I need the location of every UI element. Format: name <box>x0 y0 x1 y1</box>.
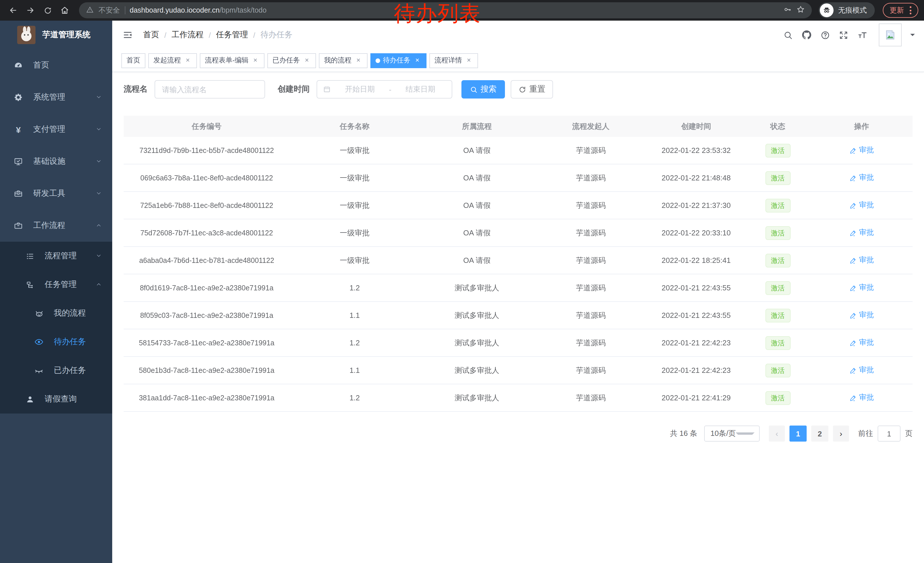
sidebar-item-label: 已办任务 <box>54 365 86 376</box>
incognito-badge: 无痕模式 <box>819 2 875 18</box>
prev-page-button[interactable]: ‹ <box>769 426 785 441</box>
sidebar-item-process-mgmt[interactable]: 流程管理 <box>0 242 112 270</box>
sidebar-item-my-process[interactable]: 我的流程 <box>0 299 112 327</box>
next-page-button[interactable]: › <box>833 426 849 441</box>
task-starter: 芋道源码 <box>534 228 648 238</box>
browser-menu-icon[interactable] <box>910 6 911 14</box>
approve-link[interactable]: 审批 <box>849 200 874 210</box>
approve-link[interactable]: 审批 <box>849 255 874 266</box>
tab-close-icon[interactable]: × <box>354 56 362 65</box>
search-button-label: 搜索 <box>481 84 496 95</box>
task-name: 1.1 <box>290 311 420 320</box>
avatar[interactable] <box>879 24 902 47</box>
sidebar-item-infra[interactable]: 基础设施 <box>0 146 112 177</box>
column-header: 状态 <box>745 121 811 131</box>
page-header: 首页 / 工作流程 / 任务管理 / 待办任务 <box>112 21 924 49</box>
approve-label: 审批 <box>859 365 874 375</box>
task-created-time: 2022-01-21 22:43:55 <box>648 284 745 292</box>
insecure-warning-icon[interactable] <box>86 6 94 15</box>
sidebar-collapse-icon[interactable] <box>122 29 134 41</box>
gear-icon <box>12 93 25 102</box>
sidebar-item-home[interactable]: 首页 <box>0 49 112 81</box>
sidebar-item-todo-tasks[interactable]: 待办任务 <box>0 327 112 356</box>
approve-link[interactable]: 审批 <box>849 310 874 320</box>
page-number-button[interactable]: 1 <box>789 426 807 441</box>
approve-link[interactable]: 审批 <box>849 145 874 156</box>
chevron-down-icon <box>96 125 102 134</box>
tab-label: 流程表单-编辑 <box>205 56 249 65</box>
search-icon[interactable] <box>783 30 793 40</box>
goto-page-input[interactable] <box>878 426 900 441</box>
approve-link[interactable]: 审批 <box>849 393 874 403</box>
approve-link[interactable]: 审批 <box>849 173 874 183</box>
date-range-picker[interactable]: 开始日期 - 结束日期 <box>316 80 452 99</box>
password-key-icon[interactable] <box>783 5 792 15</box>
font-size-icon[interactable] <box>857 30 868 40</box>
status-badge: 激活 <box>765 391 790 405</box>
sidebar-item-workflow[interactable]: 工作流程 <box>0 210 112 242</box>
approve-link[interactable]: 审批 <box>849 365 874 375</box>
process-name-input[interactable] <box>154 80 265 99</box>
sidebar-item-done-tasks[interactable]: 已办任务 <box>0 356 112 385</box>
reload-icon[interactable] <box>40 3 55 18</box>
task-id: 725a1eb6-7b88-11ec-8ef0-acde48001122 <box>124 201 290 209</box>
forward-icon[interactable] <box>23 3 38 18</box>
tab[interactable]: 待办任务 × <box>370 53 426 68</box>
approve-label: 审批 <box>859 145 874 156</box>
github-icon[interactable] <box>801 30 812 40</box>
edit-pen-icon <box>849 229 857 237</box>
app-logo <box>17 26 36 44</box>
approve-label: 审批 <box>859 338 874 348</box>
sidebar-item-devtools[interactable]: 研发工具 <box>0 177 112 210</box>
page-size-select[interactable]: 10条/页 <box>704 426 760 441</box>
task-process: OA 请假 <box>420 228 534 238</box>
sidebar-item-leave-query[interactable]: 请假查询 <box>0 385 112 413</box>
approve-link[interactable]: 审批 <box>849 283 874 293</box>
help-icon[interactable] <box>820 30 830 40</box>
home-icon[interactable] <box>57 3 72 18</box>
sidebar-item-payment[interactable]: ¥ 支付管理 <box>0 113 112 146</box>
tab-close-icon[interactable]: × <box>184 56 192 65</box>
task-name: 1.2 <box>290 393 420 402</box>
tab-label: 已办任务 <box>273 56 300 65</box>
page-number-button[interactable]: 2 <box>811 426 828 441</box>
main-content: 首页 / 工作流程 / 任务管理 / 待办任务 <box>112 21 924 563</box>
sidebar-item-label: 系统管理 <box>33 92 65 102</box>
breadcrumb-item[interactable]: 首页 <box>143 30 159 40</box>
sidebar-item-system[interactable]: 系统管理 <box>0 81 112 113</box>
chevron-down-icon[interactable] <box>910 34 915 38</box>
address-bar[interactable]: 不安全 dashboard.yudao.iocoder.cn/bpm/task/… <box>79 2 812 18</box>
approve-link[interactable]: 审批 <box>849 228 874 238</box>
security-label: 不安全 <box>99 6 120 15</box>
page-size-value: 10条/页 <box>711 428 736 439</box>
tab-close-icon[interactable]: × <box>413 56 422 65</box>
tasks-table: 任务编号 任务名称 所属流程 流程发起人 创建时间 状态 操作 73211d9d… <box>124 116 912 412</box>
breadcrumb-item[interactable]: 工作流程 <box>171 30 204 40</box>
edit-pen-icon <box>849 366 857 374</box>
tab[interactable]: 首页 × <box>122 53 146 68</box>
approve-link[interactable]: 审批 <box>849 338 874 348</box>
column-header: 操作 <box>811 121 912 131</box>
reset-button[interactable]: 重置 <box>511 80 553 99</box>
tab-close-icon[interactable]: × <box>303 56 311 65</box>
search-button[interactable]: 搜索 <box>461 80 505 99</box>
url-text: dashboard.yudao.iocoder.cn/bpm/task/todo <box>130 6 267 14</box>
edit-pen-icon <box>849 257 857 264</box>
breadcrumb-item[interactable]: 任务管理 <box>216 30 248 40</box>
pagination: 共 16 条 10条/页 ‹ 12 › 前往 页 <box>124 426 912 441</box>
tab-close-icon[interactable]: × <box>465 56 473 65</box>
tab[interactable]: 流程表单-编辑 × <box>200 53 264 68</box>
dashboard-icon <box>12 61 25 70</box>
tab[interactable]: 发起流程 × <box>148 53 197 68</box>
tab[interactable]: 我的流程 × <box>319 53 368 68</box>
sidebar-item-task-mgmt[interactable]: 任务管理 <box>0 270 112 299</box>
tab-close-icon[interactable]: × <box>251 56 260 65</box>
fullscreen-icon[interactable] <box>839 30 848 40</box>
update-button[interactable]: 更新 <box>883 3 918 18</box>
tab[interactable]: 已办任务 × <box>267 53 316 68</box>
tab[interactable]: 流程详情 × <box>429 53 478 68</box>
bookmark-star-icon[interactable] <box>796 5 805 15</box>
status-badge: 激活 <box>765 226 790 240</box>
back-icon[interactable] <box>6 3 21 18</box>
breadcrumb-separator: / <box>254 31 255 39</box>
